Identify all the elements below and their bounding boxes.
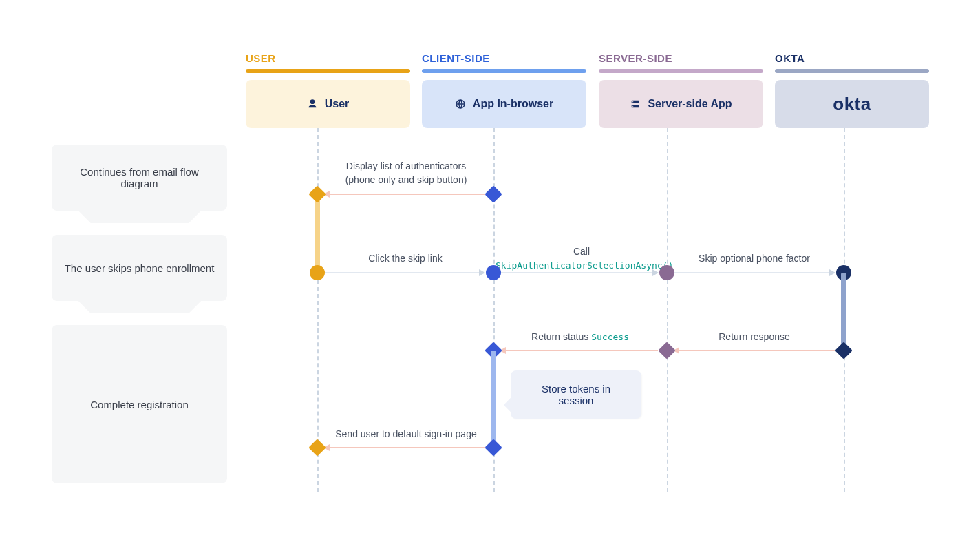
- lane-header-okta: OKTA: [775, 52, 805, 64]
- activation-bar: [315, 194, 320, 273]
- svg-point-3: [632, 101, 633, 102]
- lane-box-label: Server-side App: [648, 98, 732, 110]
- arrow-head-icon: [479, 269, 485, 276]
- sequence-diagram: USER User CLIENT-SIDE App In-browser SER…: [0, 0, 980, 533]
- lane-box-okta: okta: [775, 80, 929, 128]
- step-label: Complete registration: [90, 399, 189, 410]
- lane-box-client: App In-browser: [422, 80, 586, 128]
- message-label: Call SkipAuthenticatorSelectionAsync(): [496, 245, 668, 272]
- return-arrow: [330, 447, 485, 448]
- globe-icon: [455, 98, 466, 109]
- message-label: Click the skip link: [326, 252, 484, 266]
- step-label: The user skips phone enrollment: [65, 262, 215, 274]
- diamond-node: [484, 439, 502, 456]
- step-chevron-icon: [52, 211, 227, 223]
- message-label: Return response: [674, 331, 834, 344]
- step-card: Continues from email flow diagram: [52, 145, 227, 211]
- activation-bar: [841, 273, 846, 351]
- step-card: The user skips phone enrollment: [52, 235, 227, 301]
- message-label: Skip optional phone factor: [674, 252, 834, 266]
- diamond-node: [308, 185, 326, 202]
- lane-header-client: CLIENT-SIDE: [422, 52, 490, 64]
- return-arrow: [330, 194, 485, 195]
- okta-logo: okta: [833, 94, 871, 115]
- step-chevron-icon: [52, 301, 227, 313]
- step-label: Continues from email flow diagram: [63, 166, 216, 189]
- forward-arrow: [674, 272, 834, 273]
- circle-node: [310, 265, 325, 280]
- lane-box-server: Server-side App: [599, 80, 763, 128]
- message-label: Display list of authenticators (phone on…: [323, 160, 489, 187]
- lane-bar-client: [422, 69, 586, 73]
- lifeline-server: [667, 128, 668, 492]
- lane-box-label: App In-browser: [473, 98, 553, 110]
- diamond-node: [835, 342, 852, 359]
- circle-node: [659, 265, 674, 280]
- diamond-node: [658, 342, 675, 359]
- return-arrow: [506, 350, 658, 351]
- lane-bar-user: [246, 69, 410, 73]
- lane-box-user: User: [246, 80, 410, 128]
- user-icon: [307, 98, 318, 109]
- diamond-node: [308, 439, 326, 456]
- circle-node: [486, 265, 501, 280]
- message-label: Return status Success: [501, 331, 659, 344]
- activation-bar: [491, 351, 496, 448]
- return-arrow: [679, 350, 835, 351]
- note-box: Store tokens in session: [511, 370, 641, 419]
- message-label: Send user to default sign-in page: [321, 428, 491, 441]
- server-icon: [630, 98, 641, 109]
- forward-arrow: [501, 272, 658, 273]
- lane-header-server: SERVER-SIDE: [599, 52, 672, 64]
- lane-bar-okta: [775, 69, 929, 73]
- arrow-head-icon: [829, 269, 835, 276]
- lane-header-user: USER: [246, 52, 276, 64]
- step-card: Complete registration: [52, 325, 227, 483]
- lane-bar-server: [599, 69, 763, 73]
- diamond-node: [484, 185, 502, 202]
- forward-arrow: [325, 272, 484, 273]
- lane-box-label: User: [325, 98, 350, 110]
- svg-point-4: [632, 106, 633, 107]
- lifeline-user: [317, 128, 319, 492]
